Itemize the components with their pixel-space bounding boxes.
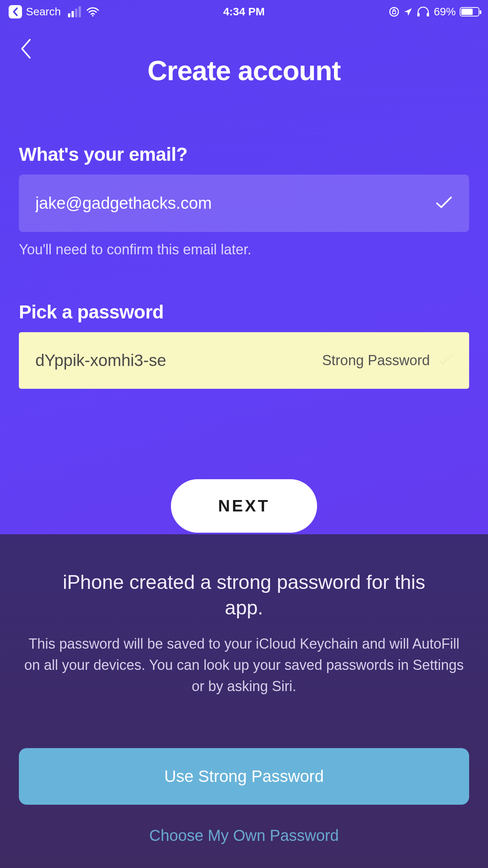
email-input[interactable]	[35, 194, 453, 213]
use-strong-password-button[interactable]: Use Strong Password	[19, 748, 469, 805]
battery-icon	[460, 7, 479, 17]
cellular-signal-icon	[68, 6, 81, 17]
status-time: 4:34 PM	[223, 6, 265, 18]
choose-own-password-button[interactable]: Choose My Own Password	[19, 827, 469, 844]
svg-rect-4	[427, 13, 429, 17]
svg-rect-3	[417, 13, 420, 17]
status-bar: Search 4:34 PM 69%	[0, 0, 488, 24]
svg-rect-2	[393, 11, 396, 14]
password-strength-label: Strong Password	[322, 352, 430, 369]
email-label: What's your email?	[19, 143, 469, 165]
password-fade-overlay	[160, 332, 262, 389]
back-button[interactable]	[19, 37, 32, 62]
battery-percent: 69%	[434, 6, 456, 18]
svg-point-0	[92, 15, 94, 17]
wifi-icon	[86, 7, 99, 17]
headphones-icon	[416, 7, 430, 17]
sheet-body: This password will be saved to your iClo…	[19, 633, 469, 697]
location-icon	[403, 7, 413, 17]
signup-form: What's your email? You'll need to confir…	[0, 143, 488, 533]
status-left: Search	[9, 5, 99, 18]
orientation-lock-icon	[389, 7, 399, 17]
email-field-block: What's your email? You'll need to confir…	[19, 143, 469, 258]
email-input-wrap[interactable]	[19, 175, 469, 232]
email-helper-text: You'll need to confirm this email later.	[19, 241, 469, 258]
status-right: 69%	[389, 6, 479, 18]
next-button[interactable]: NEXT	[171, 479, 317, 533]
password-label: Pick a password	[19, 301, 469, 323]
sheet-title: iPhone created a strong password for thi…	[19, 570, 469, 621]
svg-point-1	[390, 7, 398, 16]
chevron-left-icon	[19, 37, 32, 60]
password-input-wrap[interactable]: dYppik-xomhi3-se Strong Password	[19, 332, 469, 389]
back-to-app-chip[interactable]	[9, 5, 22, 18]
page-title: Create account	[0, 55, 488, 86]
back-to-app-label[interactable]: Search	[26, 6, 61, 18]
password-input[interactable]: dYppik-xomhi3-se	[35, 351, 166, 370]
checkmark-icon	[435, 195, 453, 211]
chevron-left-icon	[12, 7, 19, 17]
password-suggestion-sheet: iPhone created a strong password for thi…	[0, 534, 488, 868]
checkmark-icon	[438, 353, 453, 368]
password-field-block: Pick a password dYppik-xomhi3-se Strong …	[19, 301, 469, 389]
